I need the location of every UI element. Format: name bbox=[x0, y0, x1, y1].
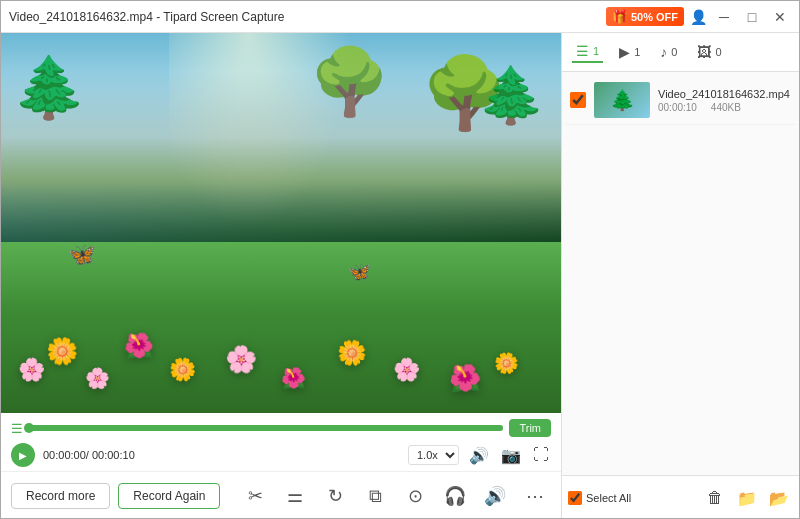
title-bar: Video_241018164632.mp4 - Tipard Screen C… bbox=[1, 1, 799, 33]
fullscreen-icon[interactable]: ⛶ bbox=[531, 444, 551, 466]
video-tab-count: 1 bbox=[593, 45, 599, 57]
image-tab-count: 0 bbox=[715, 46, 721, 58]
file-list: 🌲 Video_241018164632.mp4 00:00:10 440KB bbox=[562, 72, 799, 475]
app-title: Video_241018164632.mp4 - Tipard Screen C… bbox=[9, 10, 284, 24]
tab-video[interactable]: ☰ 1 bbox=[572, 41, 603, 63]
close-button[interactable]: ✕ bbox=[769, 6, 791, 28]
minimize-button[interactable]: ─ bbox=[713, 6, 735, 28]
volume-icon[interactable]: 🔊 bbox=[467, 444, 491, 467]
clip-tab-count: 1 bbox=[634, 46, 640, 58]
flower-4: 🌺 bbox=[124, 332, 154, 360]
clip-tab-icon: ▶ bbox=[619, 44, 630, 60]
file-info: Video_241018164632.mp4 00:00:10 440KB bbox=[658, 88, 791, 113]
copy-icon[interactable]: ⧉ bbox=[359, 480, 391, 512]
user-icon[interactable]: 👤 bbox=[690, 9, 707, 25]
file-duration: 00:00:10 bbox=[658, 102, 697, 113]
tree-4: 🌳 bbox=[309, 44, 390, 120]
audio-tab-icon: ♪ bbox=[660, 44, 667, 60]
video-placeholder: 🌸 🌼 🌸 🌺 🌼 🌸 🌺 🌼 🌸 🌺 🌼 🦋 🦋 🌲 🌳 🌲 🌳 bbox=[1, 33, 561, 413]
playback-row: ▶ 00:00:00/ 00:00:10 1.0x 1.5x 2.0x 0.5x… bbox=[11, 443, 551, 467]
delete-button[interactable]: 🗑 bbox=[701, 484, 729, 512]
bottom-toolbar: Select All 🗑 📁 📂 bbox=[562, 475, 799, 519]
select-all-checkbox[interactable] bbox=[568, 491, 582, 505]
image-tab-icon: 🖼 bbox=[697, 44, 711, 60]
tab-image[interactable]: 🖼 0 bbox=[693, 42, 725, 62]
progress-track[interactable] bbox=[29, 425, 503, 431]
action-row: Record more Record Again ✂ ⚌ ↻ ⧉ ⊙ 🎧 🔊 ⋯ bbox=[1, 471, 561, 519]
tree-1: 🌲 bbox=[12, 52, 87, 123]
flower-2: 🌼 bbox=[46, 336, 78, 367]
select-all-label: Select All bbox=[586, 492, 631, 504]
progress-thumb bbox=[24, 423, 34, 433]
select-all-area: Select All bbox=[568, 491, 631, 505]
tag-icon[interactable]: ⊙ bbox=[399, 480, 431, 512]
flower-10: 🌺 bbox=[449, 363, 481, 394]
camera-icon[interactable]: 📷 bbox=[499, 444, 523, 467]
right-panel: ☰ 1 ▶ 1 ♪ 0 🖼 0 🌲 bbox=[561, 33, 799, 519]
maximize-button[interactable]: □ bbox=[741, 6, 763, 28]
promo-text: 50% OFF bbox=[631, 11, 678, 23]
play-button[interactable]: ▶ bbox=[11, 443, 35, 467]
more-options-icon[interactable]: ⋯ bbox=[519, 480, 551, 512]
flower-5: 🌼 bbox=[169, 357, 196, 383]
equalizer-icon[interactable]: ⚌ bbox=[279, 480, 311, 512]
title-bar-right: 🎁 50% OFF 👤 ─ □ ✕ bbox=[606, 6, 791, 28]
rotate-icon[interactable]: ↻ bbox=[319, 480, 351, 512]
flower-3: 🌸 bbox=[85, 366, 110, 390]
audio-tab-count: 0 bbox=[671, 46, 677, 58]
tab-bar: ☰ 1 ▶ 1 ♪ 0 🖼 0 bbox=[562, 33, 799, 72]
list-item[interactable]: 🌲 Video_241018164632.mp4 00:00:10 440KB bbox=[566, 76, 795, 125]
file-name: Video_241018164632.mp4 bbox=[658, 88, 791, 100]
promo-badge[interactable]: 🎁 50% OFF bbox=[606, 7, 684, 26]
flower-6: 🌸 bbox=[225, 344, 257, 375]
record-more-button[interactable]: Record more bbox=[11, 483, 110, 509]
flower-11: 🌼 bbox=[494, 351, 519, 375]
flower-8: 🌼 bbox=[337, 339, 367, 367]
progress-row: ☰ Trim bbox=[11, 419, 551, 437]
controls-bar: ☰ Trim ▶ 00:00:00/ 00:00:10 1.0x 1.5x 2.… bbox=[1, 413, 561, 471]
open-folder-button[interactable]: 📂 bbox=[765, 484, 793, 512]
file-thumbnail: 🌲 bbox=[594, 82, 650, 118]
video-tab-icon: ☰ bbox=[576, 43, 589, 59]
record-again-button[interactable]: Record Again bbox=[118, 483, 220, 509]
progress-fill bbox=[29, 425, 503, 431]
thumb-icon: 🌲 bbox=[610, 88, 635, 112]
file-size: 440KB bbox=[711, 102, 741, 113]
flower-7: 🌺 bbox=[281, 366, 306, 390]
gift-icon: 🎁 bbox=[612, 9, 628, 24]
speed-select[interactable]: 1.0x 1.5x 2.0x 0.5x bbox=[408, 445, 459, 465]
menu-icon: ☰ bbox=[11, 421, 23, 436]
headphones-icon[interactable]: 🎧 bbox=[439, 480, 471, 512]
save-folder-button[interactable]: 📁 bbox=[733, 484, 761, 512]
flower-9: 🌸 bbox=[393, 357, 420, 383]
file-checkbox[interactable] bbox=[570, 92, 586, 108]
tree-3: 🌲 bbox=[477, 63, 546, 128]
trim-button[interactable]: Trim bbox=[509, 419, 551, 437]
cut-icon[interactable]: ✂ bbox=[239, 480, 271, 512]
volume-control-icon[interactable]: 🔊 bbox=[479, 480, 511, 512]
title-bar-left: Video_241018164632.mp4 - Tipard Screen C… bbox=[9, 10, 284, 24]
tab-audio[interactable]: ♪ 0 bbox=[656, 42, 681, 62]
video-area: 🌸 🌼 🌸 🌺 🌼 🌸 🌺 🌼 🌸 🌺 🌼 🦋 🦋 🌲 🌳 🌲 🌳 bbox=[1, 33, 561, 413]
butterfly-2: 🦋 bbox=[348, 261, 370, 283]
time-display: 00:00:00/ 00:00:10 bbox=[43, 449, 135, 461]
butterfly-1: 🦋 bbox=[68, 242, 95, 268]
file-meta: 00:00:10 440KB bbox=[658, 102, 791, 113]
tab-clip[interactable]: ▶ 1 bbox=[615, 42, 644, 62]
flower-1: 🌸 bbox=[18, 357, 45, 383]
left-panel: 🌸 🌼 🌸 🌺 🌼 🌸 🌺 🌼 🌸 🌺 🌼 🦋 🦋 🌲 🌳 🌲 🌳 bbox=[1, 33, 561, 519]
main-layout: 🌸 🌼 🌸 🌺 🌼 🌸 🌺 🌼 🌸 🌺 🌼 🦋 🦋 🌲 🌳 🌲 🌳 bbox=[1, 33, 799, 519]
